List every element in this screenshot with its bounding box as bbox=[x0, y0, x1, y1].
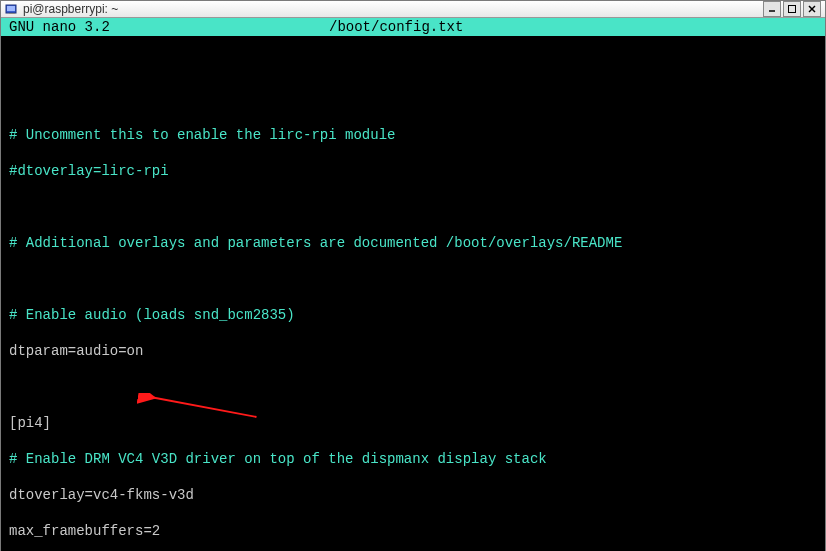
editor-line[interactable]: # Uncomment this to enable the lirc-rpi … bbox=[9, 126, 817, 144]
editor-line[interactable]: [pi4] bbox=[9, 414, 817, 432]
editor-line[interactable]: # Enable DRM VC4 V3D driver on top of th… bbox=[9, 450, 817, 468]
putty-window: pi@raspberrypi: ~ GNU nano 3.2 /boot/con… bbox=[0, 0, 826, 551]
window-title: pi@raspberrypi: ~ bbox=[23, 2, 763, 16]
minimize-button[interactable] bbox=[763, 1, 781, 17]
nano-file-name: /boot/config.txt bbox=[329, 18, 817, 36]
maximize-button[interactable] bbox=[783, 1, 801, 17]
putty-icon bbox=[5, 2, 19, 16]
editor-line[interactable]: #dtoverlay=lirc-rpi bbox=[9, 162, 817, 180]
svg-rect-1 bbox=[7, 6, 15, 11]
close-button[interactable] bbox=[803, 1, 821, 17]
window-titlebar[interactable]: pi@raspberrypi: ~ bbox=[1, 1, 825, 18]
terminal-area[interactable]: GNU nano 3.2 /boot/config.txt # Uncommen… bbox=[1, 18, 825, 551]
editor-content[interactable]: # Uncomment this to enable the lirc-rpi … bbox=[1, 36, 825, 551]
editor-line[interactable]: # Enable audio (loads snd_bcm2835) bbox=[9, 306, 817, 324]
nano-header: GNU nano 3.2 /boot/config.txt bbox=[1, 18, 825, 36]
editor-line[interactable]: dtoverlay=vc4-fkms-v3d bbox=[9, 486, 817, 504]
window-controls bbox=[763, 1, 821, 17]
svg-rect-2 bbox=[9, 13, 15, 14]
editor-line[interactable]: dtparam=audio=on bbox=[9, 342, 817, 360]
nano-app-name: GNU nano 3.2 bbox=[9, 18, 329, 36]
editor-line[interactable]: # Additional overlays and parameters are… bbox=[9, 234, 817, 252]
svg-rect-4 bbox=[789, 6, 796, 13]
editor-line[interactable]: max_framebuffers=2 bbox=[9, 522, 817, 540]
